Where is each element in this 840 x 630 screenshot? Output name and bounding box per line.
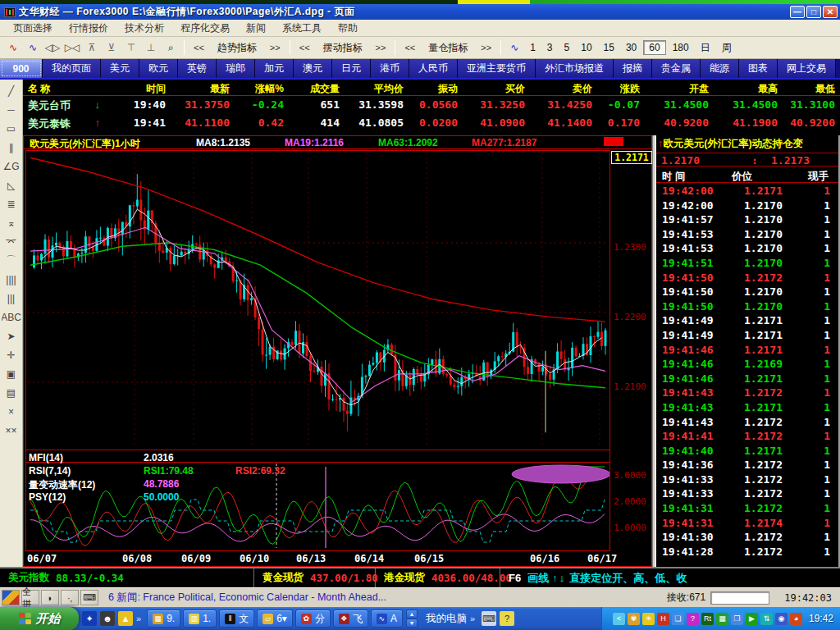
quicklaunch-skull-icon[interactable]: ☻ [100,611,115,626]
quote-col-header[interactable]: 振动 [409,80,463,96]
scroll-down-icon[interactable]: ▼ [406,619,418,628]
text-label-tool-icon[interactable]: ABC [2,308,21,326]
pointer-move-tool-icon[interactable]: ✛ [2,345,21,364]
tab-我的页面[interactable]: 我的页面 [43,59,101,78]
tick-row[interactable]: 19:41:531.21701 [656,242,840,257]
chart-panel[interactable]: 欧元美元(外汇汇率)1小时 MA8:1.2135MA19:1.2116MA63:… [23,135,652,567]
horizontal-line-tool-icon[interactable]: ─ [2,100,21,119]
menu-item-1[interactable]: 行情报价 [61,20,116,37]
menu-item-5[interactable]: 系统工具 [274,20,330,37]
quote-col-header[interactable]: 最低 [783,80,840,96]
period-button-180[interactable]: 180 [668,41,694,54]
group-prev-button[interactable]: << [399,41,421,54]
scale-top-icon[interactable]: ⊤ [122,39,140,56]
quicklaunch-network-icon[interactable]: ✦ [82,611,97,626]
tick-row[interactable]: 19:41:461.21711 [656,344,840,358]
percent-lines-tool-icon[interactable]: ||| [2,289,21,308]
rectangle-tool-icon[interactable]: ▭ [2,119,21,138]
ime-mode-button[interactable]: 全拼 [21,590,39,605]
group-prev-button[interactable]: << [188,41,210,54]
title-bar[interactable]: 文华财经 — Forex3000 E:\金融行情\Forex3000\Page\… [0,4,840,20]
task-button-4[interactable]: ▱6▾ [257,609,293,628]
tick-row[interactable]: 19:41:301.21721 [656,531,840,546]
delete-line-tool-icon[interactable]: × [2,402,21,421]
tick-row[interactable]: 19:41:491.21711 [656,314,840,329]
main-price-chart[interactable] [25,150,610,450]
indicator-group-1[interactable]: 摆动指标 [316,39,370,57]
tick-row[interactable]: 19:41:331.21721 [656,487,840,502]
period-button-周[interactable]: 周 [717,40,737,56]
tick-row[interactable]: 19:41:461.21691 [656,358,840,372]
angle-tool-icon[interactable]: ◺ [2,176,21,194]
close-button[interactable]: ✕ [823,6,838,18]
tray-hw-icon[interactable]: H [657,613,669,625]
scale-bottom-icon[interactable]: ⊥ [142,39,160,56]
quicklaunch-triangle-icon[interactable]: ▲ [118,611,133,626]
tab-网上交易[interactable]: 网上交易 [778,59,836,78]
quote-col-header[interactable]: 平均价 [345,80,409,96]
period-button-10[interactable]: 10 [576,41,596,54]
shrink-bars-icon[interactable]: ▷◁ [63,39,81,56]
zigzag-red-icon[interactable]: ∿ [4,39,22,56]
tray-play-icon[interactable]: ▶ [746,613,758,625]
tray-rt-icon[interactable]: Rt [701,613,714,625]
tick-row[interactable]: 19:41:431.21721 [656,416,840,431]
tick-row[interactable]: 19:41:501.21701 [656,300,840,315]
task-button-7[interactable]: ∿A [371,609,403,628]
quicklaunch-chevron-icon[interactable]: » [136,614,141,623]
task-button-1[interactable]: ▦9. [147,609,180,628]
flag-line-tool-icon[interactable]: ⌅ [2,213,21,232]
parallel-lines-tool-icon[interactable]: ∥ [2,138,21,157]
tray-monitor-icon[interactable]: ❐ [731,613,743,625]
vertical-lines-tool-icon[interactable]: |||| [2,270,21,289]
menu-item-6[interactable]: 帮助 [330,20,366,37]
task-button-6[interactable]: ❖飞 [333,609,368,628]
tab-加元[interactable]: 加元 [255,59,294,78]
indicator-group-2[interactable]: 量仓指标 [421,39,475,57]
tick-row[interactable]: 19:41:401.21711 [656,445,840,459]
tab-外汇市场报道[interactable]: 外汇市场报道 [536,59,614,78]
arc-tool-icon[interactable]: ⌒ [2,251,21,270]
pointer-curve-tool-icon[interactable]: ➤ [2,326,21,345]
tray-grid-icon[interactable]: ▦ [716,613,728,625]
expand-bars-icon[interactable]: ◁▷ [43,39,62,56]
tab-能源[interactable]: 能源 [701,59,739,78]
tab-日元[interactable]: 日元 [332,59,371,78]
tick-row[interactable]: 19:41:501.21701 [656,285,840,300]
paste-tool-icon[interactable]: ▤ [2,383,21,402]
help-tray-icon[interactable]: ? [500,611,514,626]
period-button-15[interactable]: 15 [599,41,619,54]
news-ticker[interactable]: 6 新闻: France Political, Economic Calenda… [108,591,667,605]
wave-blue-icon[interactable]: ∿ [505,39,523,56]
period-button-1[interactable]: 1 [525,41,541,54]
zigzag-blue-icon[interactable]: ∿ [24,39,42,56]
tab-人民币[interactable]: 人民币 [409,59,458,78]
menu-item-3[interactable]: 程序化交易 [172,20,238,37]
ime-keyboard-icon[interactable]: ⌨ [80,590,98,605]
quote-row[interactable]: 美元泰铢↑19:4141.11000.4241441.08050.020041.… [23,114,840,132]
period-button-5[interactable]: 5 [559,41,575,54]
tray-sun-icon[interactable]: ☀ [642,613,655,625]
fibonacci-lines-tool-icon[interactable]: ≣ [2,194,21,213]
tray-net-icon[interactable]: ❏ [672,613,684,625]
tab-报摘[interactable]: 报摘 [614,59,652,78]
tray-back-icon[interactable]: < [613,613,625,625]
ime-punct-icon[interactable]: ·‚ [61,590,79,605]
group-next-button[interactable]: >> [370,41,392,54]
indicator-group-0[interactable]: 趋势指标 [210,39,264,57]
drawn-ellipse-annotation[interactable] [512,465,609,483]
ime-logo-icon[interactable] [2,590,20,605]
tick-row[interactable]: 19:41:431.21711 [656,401,840,416]
quote-col-header[interactable]: 开盘 [645,80,714,96]
quote-col-header[interactable]: 涨跌 [597,80,645,96]
group-next-button[interactable]: >> [475,41,497,54]
tray-fire-icon[interactable]: ◕ [790,613,802,625]
my-computer-toolbar[interactable]: 我的电脑 [426,612,467,626]
maximize-button[interactable]: □ [806,6,821,18]
tab-瑞郎[interactable]: 瑞郎 [217,59,255,78]
tick-row[interactable]: 19:41:411.21721 [656,430,840,445]
quote-col-header[interactable]: 最新 [171,80,235,96]
tray-question-icon[interactable]: ? [687,613,699,625]
start-button[interactable]: 开始 [0,607,79,630]
period-button-60[interactable]: 60 [643,40,665,55]
